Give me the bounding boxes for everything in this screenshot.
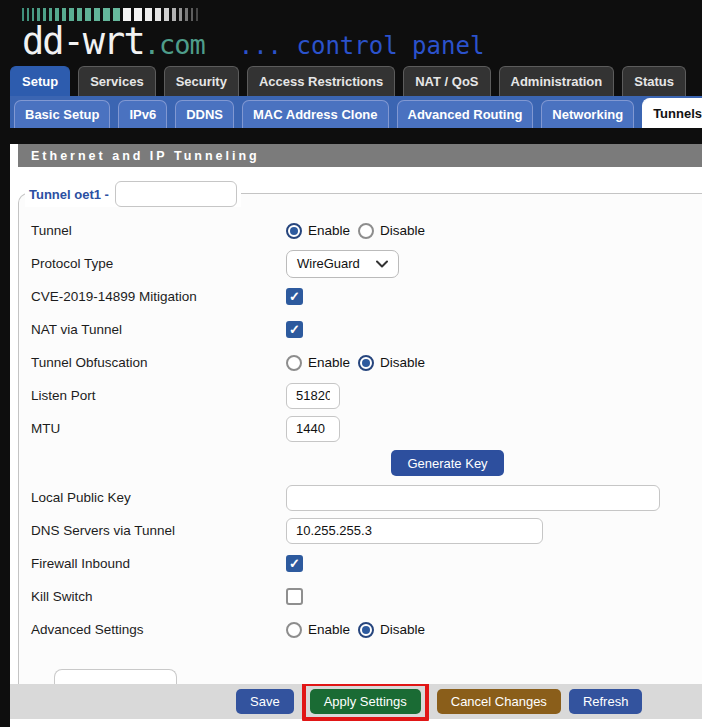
tunnel-legend-label: Tunnel oet1 - xyxy=(29,187,109,202)
field-label: Kill Switch xyxy=(31,589,286,604)
form-row-kill-switch: Kill Switch xyxy=(19,580,702,613)
tunnel-legend: Tunnel oet1 - xyxy=(25,181,241,207)
form-row-mtu: MTU xyxy=(19,412,702,445)
field-label: Protocol Type xyxy=(31,256,286,271)
tab-access-restrictions[interactable]: Access Restrictions xyxy=(247,66,395,96)
chevron-down-icon xyxy=(376,260,388,268)
generate-key-button[interactable]: Generate Key xyxy=(391,450,504,476)
form-row-dns-servers: DNS Servers via Tunnel xyxy=(19,514,702,547)
protocol-type-value: WireGuard xyxy=(297,256,360,271)
form-row-tunnel: Tunnel Enable Disable xyxy=(19,214,702,247)
partially-visible-field xyxy=(54,669,177,684)
tunnel-name-input[interactable] xyxy=(115,181,237,207)
subtab-basic-setup[interactable]: Basic Setup xyxy=(14,100,110,128)
section-header: Ethernet and IP Tunneling xyxy=(18,144,702,167)
form-row-local-public-key: Local Public Key xyxy=(19,481,702,514)
form-row-cve-mitigation: CVE-2019-14899 Mitigation xyxy=(19,280,702,313)
field-label: Advanced Settings xyxy=(31,622,286,637)
advanced-disable-option[interactable]: Disable xyxy=(358,622,425,638)
form-row-generate-key: Generate Key xyxy=(19,445,702,481)
tab-administration[interactable]: Administration xyxy=(499,66,615,96)
field-label: CVE-2019-14899 Mitigation xyxy=(31,289,286,304)
form-row-tunnel-obfuscation: Tunnel Obfuscation Enable Disable xyxy=(19,346,702,379)
field-label: Tunnel Obfuscation xyxy=(31,355,286,370)
save-button[interactable]: Save xyxy=(236,689,294,714)
sub-nav: Basic Setup IPv6 DDNS MAC Address Clone … xyxy=(10,96,702,128)
refresh-button[interactable]: Refresh xyxy=(569,689,643,714)
footer-bar: Save Apply Settings Cancel Changes Refre… xyxy=(10,684,702,719)
tunnel-fieldset: Tunnel oet1 - Tunnel Enable Disable Prot… xyxy=(18,193,702,684)
local-public-key-input[interactable] xyxy=(286,485,660,511)
tab-status[interactable]: Status xyxy=(622,66,686,96)
subtab-advanced-routing[interactable]: Advanced Routing xyxy=(397,100,534,128)
main-content: Ethernet and IP Tunneling Tunnel oet1 - … xyxy=(10,144,702,727)
advanced-enable-radio[interactable] xyxy=(286,622,302,638)
subtab-mac-address-clone[interactable]: MAC Address Clone xyxy=(242,100,388,128)
firewall-inbound-checkbox[interactable] xyxy=(286,555,303,572)
obfuscation-disable-option[interactable]: Disable xyxy=(358,355,425,371)
obfuscation-disable-radio[interactable] xyxy=(358,355,374,371)
apply-settings-button[interactable]: Apply Settings xyxy=(310,689,421,714)
logo: dd-wrt .com ... control panel xyxy=(22,23,702,61)
tunnel-disable-radio[interactable] xyxy=(358,223,374,239)
dns-servers-input[interactable] xyxy=(286,518,543,544)
tunnel-enable-radio[interactable] xyxy=(286,223,302,239)
logo-text: dd-wrt xyxy=(22,23,144,61)
field-label: NAT via Tunnel xyxy=(31,322,286,337)
field-label: Tunnel xyxy=(31,223,286,238)
tunnel-disable-option[interactable]: Disable xyxy=(358,223,425,239)
field-label: MTU xyxy=(31,421,286,436)
field-label: Local Public Key xyxy=(31,490,286,505)
advanced-disable-radio[interactable] xyxy=(358,622,374,638)
tagline: ... control panel xyxy=(239,32,485,60)
cve-mitigation-checkbox[interactable] xyxy=(286,288,303,305)
form-row-advanced-settings: Advanced Settings Enable Disable xyxy=(19,613,702,646)
kill-switch-checkbox[interactable] xyxy=(286,588,303,605)
mtu-input[interactable] xyxy=(286,416,340,442)
subtab-ipv6[interactable]: IPv6 xyxy=(118,100,167,128)
obfuscation-enable-radio[interactable] xyxy=(286,355,302,371)
apply-settings-highlight: Apply Settings xyxy=(302,682,429,721)
section-title: Ethernet and IP Tunneling xyxy=(31,149,260,163)
obfuscation-enable-option[interactable]: Enable xyxy=(286,355,350,371)
protocol-type-select[interactable]: WireGuard xyxy=(286,250,399,278)
subtab-tunnels[interactable]: Tunnels xyxy=(642,98,702,128)
listen-port-input[interactable] xyxy=(286,383,340,409)
subtab-networking[interactable]: Networking xyxy=(541,100,634,128)
main-nav: Setup Services Security Access Restricti… xyxy=(0,66,702,96)
tab-setup[interactable]: Setup xyxy=(10,66,70,96)
logo-suffix: .com xyxy=(144,29,205,60)
form-row-listen-port: Listen Port xyxy=(19,379,702,412)
tunnel-enable-option[interactable]: Enable xyxy=(286,223,350,239)
form-row-firewall-inbound: Firewall Inbound xyxy=(19,547,702,580)
form-row-nat-via-tunnel: NAT via Tunnel xyxy=(19,313,702,346)
advanced-enable-option[interactable]: Enable xyxy=(286,622,350,638)
nat-via-tunnel-checkbox[interactable] xyxy=(286,321,303,338)
field-label: Firewall Inbound xyxy=(31,556,286,571)
tab-nat-qos[interactable]: NAT / QoS xyxy=(403,66,490,96)
tab-security[interactable]: Security xyxy=(164,66,239,96)
header: dd-wrt .com ... control panel xyxy=(0,0,702,66)
tab-services[interactable]: Services xyxy=(78,66,156,96)
subtab-ddns[interactable]: DDNS xyxy=(175,100,234,128)
field-label: Listen Port xyxy=(31,388,286,403)
field-label: DNS Servers via Tunnel xyxy=(31,523,286,538)
form-row-protocol-type: Protocol Type WireGuard xyxy=(19,247,702,280)
cancel-changes-button[interactable]: Cancel Changes xyxy=(437,689,561,714)
